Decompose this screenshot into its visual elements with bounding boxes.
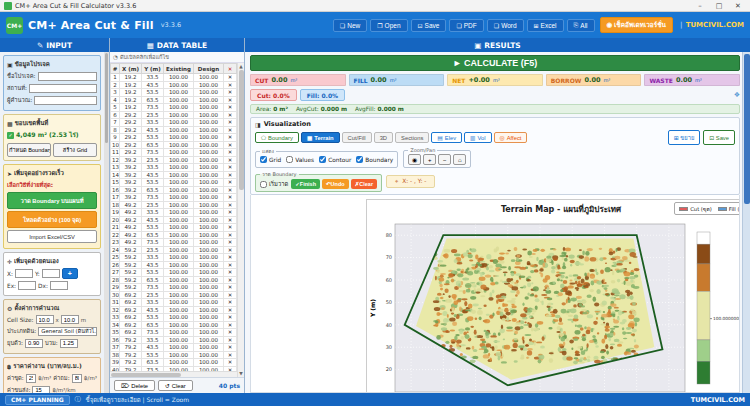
- table-row[interactable]: 2759.253.5100.00100.00✕: [111, 269, 237, 277]
- table-row[interactable]: 1339.233.5100.00100.00✕: [111, 164, 237, 172]
- row-delete-icon[interactable]: ✕: [224, 111, 237, 119]
- row-delete-icon[interactable]: ✕: [224, 344, 237, 352]
- values-checkbox[interactable]: [286, 156, 293, 163]
- row-delete-icon[interactable]: ✕: [224, 171, 237, 179]
- table-row[interactable]: 519.273.5100.00100.00✕: [111, 104, 237, 112]
- table-vertical-scrollbar[interactable]: ▲ ▼: [237, 63, 244, 377]
- maximize-icon[interactable]: □: [711, 2, 727, 10]
- table-row[interactable]: 3569.273.5100.00100.00✕: [111, 329, 237, 337]
- add-point-button[interactable]: +: [62, 268, 78, 279]
- excel-button[interactable]: ⊞Excel: [527, 19, 564, 32]
- check-contour[interactable]: Contour: [319, 156, 351, 163]
- clear-button[interactable]: ✗Clear: [351, 179, 377, 189]
- fill-cost-input[interactable]: [72, 374, 82, 383]
- viz-tab-3d[interactable]: 3D: [374, 132, 393, 143]
- viz-tab-cutfill[interactable]: Cut/Fill: [342, 132, 372, 143]
- scroll-down-icon[interactable]: ▼: [239, 370, 242, 377]
- table-row[interactable]: 1029.263.5100.00100.00✕: [111, 141, 237, 149]
- row-delete-icon[interactable]: ✕: [224, 164, 237, 172]
- table-row[interactable]: 1239.223.5100.00100.00✕: [111, 156, 237, 164]
- x-coordinate-input[interactable]: [15, 269, 33, 278]
- col-header[interactable]: Y (m): [142, 64, 164, 74]
- row-delete-icon[interactable]: ✕: [224, 149, 237, 157]
- engineer-input[interactable]: [34, 96, 97, 105]
- table-row[interactable]: 1639.263.5100.00100.00✕: [111, 186, 237, 194]
- table-row[interactable]: 3879.253.5100.00100.00✕: [111, 351, 237, 359]
- table-row[interactable]: 419.263.5100.00100.00✕: [111, 96, 237, 104]
- project-name-input[interactable]: [38, 72, 97, 81]
- shrink-factor-input[interactable]: [25, 339, 43, 348]
- row-delete-icon[interactable]: ✕: [224, 284, 237, 292]
- import-excel-button[interactable]: Import Excel/CSV: [7, 230, 97, 243]
- results-scrollbar[interactable]: [742, 52, 750, 393]
- create-grid-button[interactable]: สร้าง Grid: [53, 143, 97, 157]
- row-delete-icon[interactable]: ✕: [224, 329, 237, 337]
- table-row[interactable]: 3679.233.5100.00100.00✕: [111, 336, 237, 344]
- col-header[interactable]: ✕: [224, 64, 237, 74]
- delete-row-button[interactable]: ⌦Delete: [114, 380, 155, 391]
- table-row[interactable]: 2459.223.5100.00100.00✕: [111, 246, 237, 254]
- viz-tab-boundary[interactable]: ⬠Boundary: [255, 132, 299, 143]
- row-delete-icon[interactable]: ✕: [224, 351, 237, 359]
- design-level-input[interactable]: [50, 281, 68, 290]
- grid-checkbox[interactable]: [260, 156, 267, 163]
- load-sample-button[interactable]: โหลดตัวอย่าง (100 จุด): [7, 211, 97, 228]
- swell-factor-input[interactable]: [60, 339, 78, 348]
- table-row[interactable]: 929.253.5100.00100.00✕: [111, 134, 237, 142]
- row-delete-icon[interactable]: ✕: [224, 321, 237, 329]
- col-header[interactable]: Design: [194, 64, 224, 74]
- table-row[interactable]: 2859.263.5100.00100.00✕: [111, 276, 237, 284]
- save-button[interactable]: ⊡Save: [411, 19, 447, 32]
- table-row[interactable]: 829.243.5100.00100.00✕: [111, 126, 237, 134]
- save-image-button[interactable]: ⊡ Save: [703, 130, 735, 145]
- row-delete-icon[interactable]: ✕: [224, 104, 237, 112]
- table-row[interactable]: 2659.243.5100.00100.00✕: [111, 261, 237, 269]
- table-horizontal-scrollbar[interactable]: [110, 371, 237, 377]
- contour-checkbox[interactable]: [319, 156, 326, 163]
- row-delete-icon[interactable]: ✕: [224, 261, 237, 269]
- cell-size-x-input[interactable]: [36, 315, 54, 324]
- cell-size-y-input[interactable]: [61, 315, 79, 324]
- table-row[interactable]: 2349.273.5100.00100.00✕: [111, 239, 237, 247]
- row-delete-icon[interactable]: ✕: [224, 81, 237, 89]
- cut-cost-input[interactable]: [26, 374, 36, 383]
- col-header[interactable]: #: [111, 64, 120, 74]
- new-button[interactable]: ❏New: [333, 19, 367, 32]
- table-row[interactable]: 2959.273.5100.00100.00✕: [111, 284, 237, 292]
- table-row[interactable]: 2249.263.5100.00100.00✕: [111, 231, 237, 239]
- table-row[interactable]: 219.243.5100.00100.00✕: [111, 81, 237, 89]
- reset-view-button[interactable]: ⌂: [453, 154, 466, 165]
- viz-tab-sections[interactable]: Sections: [395, 132, 429, 143]
- y-coordinate-input[interactable]: [42, 269, 60, 278]
- open-button[interactable]: ❐Open: [370, 19, 407, 32]
- row-delete-icon[interactable]: ✕: [224, 239, 237, 247]
- soil-type-select[interactable]: General Soil (ดินทั่วไ...▼: [38, 327, 97, 336]
- row-delete-icon[interactable]: ✕: [224, 134, 237, 142]
- row-delete-icon[interactable]: ✕: [224, 201, 237, 209]
- finish-button[interactable]: ✓Finish: [291, 179, 320, 189]
- row-delete-icon[interactable]: ✕: [224, 141, 237, 149]
- col-header[interactable]: X (m): [120, 64, 142, 74]
- row-delete-icon[interactable]: ✕: [224, 74, 237, 82]
- haul-cost-input[interactable]: [32, 386, 50, 394]
- table-row[interactable]: 1739.273.5100.00100.00✕: [111, 194, 237, 202]
- table-row[interactable]: 3779.243.5100.00100.00✕: [111, 344, 237, 352]
- word-button[interactable]: ❏Word: [487, 19, 524, 32]
- table-row[interactable]: 3979.263.5100.00100.00✕: [111, 359, 237, 367]
- all-button[interactable]: ⎘All: [567, 19, 595, 32]
- table-row[interactable]: 3469.263.5100.00100.00✕: [111, 321, 237, 329]
- row-delete-icon[interactable]: ✕: [224, 224, 237, 232]
- brand-link[interactable]: |TUMCIVIL.COM: [680, 21, 744, 29]
- draw-boundary-map-button[interactable]: วาด Boundary บนแผนที่: [7, 192, 97, 209]
- row-delete-icon[interactable]: ✕: [224, 119, 237, 127]
- col-header[interactable]: Existing: [164, 64, 194, 74]
- zoom-out-button[interactable]: −: [438, 154, 451, 165]
- table-row[interactable]: 3069.223.5100.00100.00✕: [111, 291, 237, 299]
- row-delete-icon[interactable]: ✕: [224, 186, 237, 194]
- row-delete-icon[interactable]: ✕: [224, 276, 237, 284]
- table-row[interactable]: 3269.243.5100.00100.00✕: [111, 306, 237, 314]
- row-delete-icon[interactable]: ✕: [224, 126, 237, 134]
- viz-tab-vol[interactable]: ▥Vol: [464, 132, 492, 143]
- boundary-checkbox[interactable]: [356, 156, 363, 163]
- table-row[interactable]: 2049.243.5100.00100.00✕: [111, 216, 237, 224]
